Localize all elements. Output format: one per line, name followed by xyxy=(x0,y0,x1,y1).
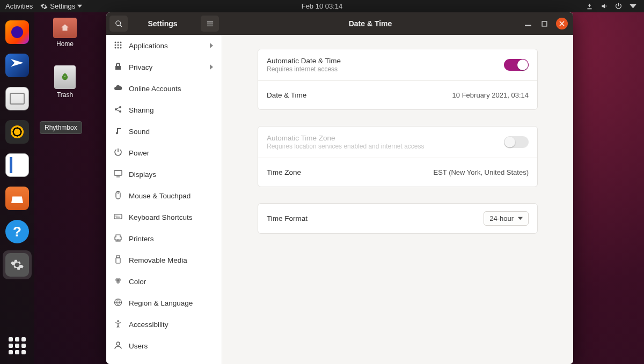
clock[interactable]: Feb 10 03:14 xyxy=(302,2,343,10)
svg-rect-17 xyxy=(114,214,122,219)
sidebar-item-applications[interactable]: Applications xyxy=(106,35,222,56)
sidebar-item-removable-media[interactable]: Removable Media xyxy=(106,249,222,271)
svg-point-8 xyxy=(115,47,116,48)
dock-app-settings[interactable] xyxy=(3,250,32,279)
gear-icon xyxy=(40,3,48,10)
maximize-button[interactable] xyxy=(540,19,548,28)
auto-timezone-switch xyxy=(504,136,529,148)
minimize-button[interactable] xyxy=(524,19,532,28)
app-menu[interactable]: Settings xyxy=(40,2,82,10)
dock-app-writer[interactable] xyxy=(3,151,32,180)
mouse-icon xyxy=(114,191,122,201)
dock-app-help[interactable]: ? xyxy=(3,217,32,246)
row-auto-datetime: Automatic Date & Time Requires internet … xyxy=(258,49,537,80)
hamburger-button[interactable] xyxy=(201,16,219,32)
dock-app-rhythmbox[interactable] xyxy=(3,117,32,146)
ubuntu-software-icon xyxy=(5,187,29,210)
timezone-card: Automatic Time Zone Requires location se… xyxy=(258,126,538,187)
sidebar-item-label: Users xyxy=(129,342,214,350)
svg-rect-14 xyxy=(114,170,122,175)
rhythmbox-icon xyxy=(5,120,29,144)
svg-point-2 xyxy=(115,41,116,43)
settings-content: Automatic Date & Time Requires internet … xyxy=(222,35,573,364)
display-icon xyxy=(114,169,122,180)
settings-window: Settings Date & Time ApplicationsPrivacy… xyxy=(106,12,573,364)
datetime-label: Date & Time xyxy=(267,91,306,99)
sidebar-item-label: Removable Media xyxy=(129,256,214,264)
svg-point-10 xyxy=(120,47,122,48)
dock-app-thunderbird[interactable] xyxy=(3,51,32,80)
svg-point-22 xyxy=(116,280,120,284)
chevron-right-icon xyxy=(209,64,214,70)
svg-point-7 xyxy=(120,44,122,46)
sidebar-item-online-accounts[interactable]: Online Accounts xyxy=(106,78,222,99)
close-button[interactable] xyxy=(556,18,568,29)
svg-point-4 xyxy=(120,41,122,43)
sidebar-item-keyboard-shortcuts[interactable]: Keyboard Shortcuts xyxy=(106,206,222,228)
dock-app-software[interactable] xyxy=(3,184,32,213)
color-icon xyxy=(114,277,122,287)
row-datetime[interactable]: Date & Time 10 February 2021, 03:14 xyxy=(258,80,537,109)
menu-icon xyxy=(206,20,214,28)
svg-rect-18 xyxy=(116,256,120,258)
home-folder-icon xyxy=(53,18,77,38)
system-status-area[interactable] xyxy=(586,3,644,10)
desktop-icon-home[interactable]: Home xyxy=(46,18,84,48)
sidebar-item-label: Sharing xyxy=(129,106,214,114)
sidebar-item-label: Privacy xyxy=(129,63,202,71)
dock-tooltip: Rhythmbox xyxy=(40,121,82,134)
row-timezone[interactable]: Time Zone EST (New York, United States) xyxy=(258,158,537,187)
svg-rect-0 xyxy=(525,25,531,26)
timezone-value: EST (New York, United States) xyxy=(433,168,529,176)
time-format-label: Time Format xyxy=(267,214,308,222)
sidebar-item-power[interactable]: Power xyxy=(106,142,222,164)
svg-point-3 xyxy=(118,41,119,43)
settings-sidebar: ApplicationsPrivacyOnline AccountsSharin… xyxy=(106,35,222,364)
files-icon xyxy=(5,87,29,110)
sidebar-item-sound[interactable]: Sound xyxy=(106,121,222,142)
sidebar-item-users[interactable]: Users xyxy=(106,335,222,356)
sidebar-item-label: Keyboard Shortcuts xyxy=(129,213,214,221)
auto-datetime-switch[interactable] xyxy=(504,59,529,71)
activities-button[interactable]: Activities xyxy=(5,2,33,10)
timezone-label: Time Zone xyxy=(267,168,301,176)
sidebar-item-privacy[interactable]: Privacy xyxy=(106,56,222,78)
maximize-icon xyxy=(541,21,547,27)
settings-icon xyxy=(5,253,29,277)
lock-icon xyxy=(114,62,122,72)
dock-app-firefox[interactable] xyxy=(3,18,32,47)
sidebar-item-label: Accessibility xyxy=(129,321,214,329)
sidebar-item-label: Sound xyxy=(129,128,214,136)
window-title: Date & Time xyxy=(222,19,518,28)
gnome-top-bar: Activities Settings Feb 10 03:14 xyxy=(0,0,644,12)
window-titlebar[interactable]: Settings Date & Time xyxy=(106,12,573,35)
firefox-icon xyxy=(5,20,29,44)
keyboard-icon xyxy=(114,212,122,222)
search-button[interactable] xyxy=(109,16,128,32)
sidebar-item-sharing[interactable]: Sharing xyxy=(106,99,222,121)
close-icon xyxy=(559,21,565,26)
trash-icon xyxy=(54,65,76,89)
sidebar-item-color[interactable]: Color xyxy=(106,271,222,292)
dock-app-files[interactable] xyxy=(3,84,32,113)
time-format-select[interactable]: 24-hour xyxy=(484,211,529,226)
sidebar-item-label: Printers xyxy=(129,235,214,243)
sidebar-item-label: Online Accounts xyxy=(129,85,214,93)
search-icon xyxy=(115,20,123,28)
sidebar-item-region-language[interactable]: Region & Language xyxy=(106,292,222,314)
sidebar-item-printers[interactable]: Printers xyxy=(106,228,222,249)
svg-point-25 xyxy=(116,342,120,345)
printer-icon xyxy=(114,234,122,244)
globe-icon xyxy=(114,298,122,308)
chevron-right-icon xyxy=(209,43,214,48)
show-applications-button[interactable] xyxy=(9,337,26,354)
desktop-icon-trash[interactable]: Trash xyxy=(46,65,84,99)
svg-point-5 xyxy=(115,44,116,46)
minimize-icon xyxy=(525,20,531,27)
svg-point-6 xyxy=(118,44,119,46)
sidebar-item-mouse-touchpad[interactable]: Mouse & Touchpad xyxy=(106,185,222,206)
help-icon: ? xyxy=(5,220,29,243)
sidebar-item-accessibility[interactable]: Accessibility xyxy=(106,314,222,335)
users-icon xyxy=(114,341,122,351)
sidebar-item-displays[interactable]: Displays xyxy=(106,164,222,185)
